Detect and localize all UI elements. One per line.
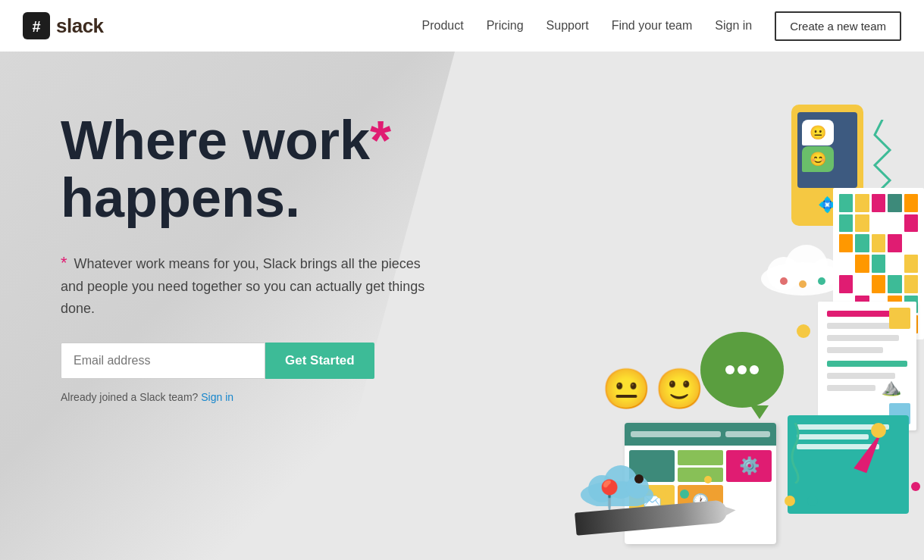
chart-grid-cell <box>855 255 869 273</box>
chart-grid-cell <box>888 275 901 293</box>
emoji-smile: 🙂 <box>655 366 704 412</box>
main-nav: Product Pricing Support Find your team S… <box>422 11 901 41</box>
nav-support[interactable]: Support <box>547 19 589 33</box>
dot-6 <box>807 496 818 506</box>
speech-dot-2 <box>738 365 747 374</box>
chart-grid-cell <box>839 234 853 252</box>
chart-grid-cell <box>839 214 853 233</box>
chart-grid-cell <box>855 275 869 293</box>
hero-content: Where work* happens. * Whatever work mea… <box>0 52 470 433</box>
chart-grid-cell <box>904 275 918 293</box>
illustration-area: 😐 😊 💠 <box>484 97 924 552</box>
dot-7 <box>911 482 920 491</box>
chart-grid-cell <box>872 214 885 233</box>
chat-bubble-2: 😊 <box>802 146 834 172</box>
get-started-button[interactable]: Get Started <box>265 343 374 379</box>
nav-pricing[interactable]: Pricing <box>487 19 524 33</box>
sign-in-link[interactable]: Sign in <box>201 391 233 403</box>
chart-grid-cell <box>855 194 869 212</box>
sign-in-prompt: Already joined a Slack team? Sign in <box>61 391 470 403</box>
dot-1 <box>634 474 644 483</box>
nav-find-team[interactable]: Find your team <box>612 19 693 33</box>
wavy-line <box>788 423 803 483</box>
emoji-neutral: 😐 <box>602 366 651 412</box>
header: # slack Product Pricing Support Find you… <box>0 0 924 52</box>
chart-grid-cell <box>904 234 918 252</box>
chart-grid-cell <box>872 234 885 252</box>
svg-point-7 <box>799 280 807 288</box>
chart-grid-cell <box>904 255 918 273</box>
chart-grid-cell <box>872 255 885 273</box>
speech-tail <box>750 405 769 419</box>
chart-grid-cell <box>904 214 918 233</box>
mountain-icon: ⛰️ <box>881 377 901 397</box>
chart-grid-cell <box>839 194 853 212</box>
logo-text: slack <box>56 14 104 38</box>
sign-in-prompt-text: Already joined a Slack team? <box>61 391 198 403</box>
chart-grid-cell <box>872 275 885 293</box>
chart-grid-cell <box>888 255 901 273</box>
logo-area: # slack <box>23 12 104 39</box>
hero-title: Where work* happens. <box>61 112 470 227</box>
chart-grid-cell <box>839 275 853 293</box>
desc-asterisk: * <box>61 253 67 272</box>
dot-3 <box>680 490 689 499</box>
hero-desc-text: Whatever work means for you, Slack bring… <box>61 256 424 316</box>
hero-description: * Whatever work means for you, Slack bri… <box>61 249 440 320</box>
dot-4 <box>704 476 712 483</box>
chart-grid-cell <box>888 234 901 252</box>
chart-grid-cell <box>888 194 901 212</box>
chart-grid-cell <box>855 234 869 252</box>
svg-text:#: # <box>32 18 40 35</box>
document-illustration <box>818 302 916 430</box>
chart-bottom-illustration <box>788 415 909 514</box>
nav-sign-in[interactable]: Sign in <box>715 19 752 33</box>
dot-5 <box>785 496 795 506</box>
hero-section: Where work* happens. * Whatever work mea… <box>0 52 924 560</box>
create-team-button[interactable]: Create a new team <box>775 11 901 41</box>
chart-grid-cell <box>872 194 885 212</box>
slack-logo-icon: # <box>23 12 50 39</box>
chart-grid-cell <box>855 214 869 233</box>
chart-grid-cell <box>904 194 918 212</box>
hero-title-line1: Where work <box>61 110 370 171</box>
dot-yellow-1 <box>871 423 886 438</box>
svg-point-6 <box>780 277 788 285</box>
dot-8 <box>797 324 810 338</box>
speech-dot-3 <box>750 365 759 374</box>
dot-2 <box>656 488 666 499</box>
chart-grid-cell <box>839 255 853 273</box>
speech-dot-1 <box>725 365 735 374</box>
svg-point-8 <box>818 277 825 285</box>
speech-bubble-illustration <box>700 332 784 408</box>
email-form: Get Started <box>61 343 470 379</box>
chat-bubble-1: 😐 <box>802 120 834 145</box>
hero-title-line2: happens. <box>61 167 300 228</box>
nav-product[interactable]: Product <box>422 19 464 33</box>
hero-asterisk: * <box>370 110 391 171</box>
chart-grid-cell <box>888 214 901 233</box>
email-input[interactable] <box>61 343 265 379</box>
